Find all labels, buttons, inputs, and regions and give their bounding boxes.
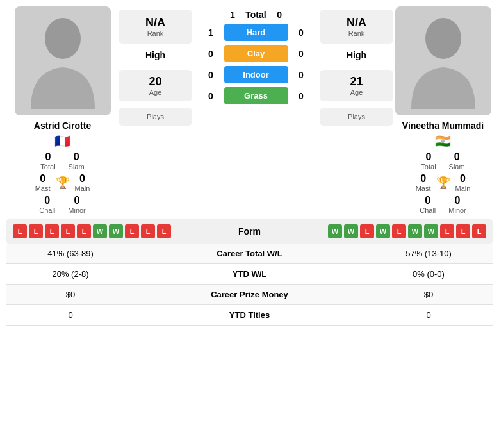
player2-stats: 0 Total 0 Slam 0 Mast 🏆 0: [393, 151, 493, 214]
indoor-button[interactable]: Indoor: [224, 66, 288, 83]
player1-stat-row-2: 0 Mast 🏆 0 Main: [13, 173, 112, 192]
player2-avatar: [395, 6, 491, 115]
hard-row: 1 Hard 0: [203, 24, 309, 41]
hard-button[interactable]: Hard: [224, 24, 288, 41]
player1-stat-row-3: 0 Chall 0 Minor: [13, 195, 112, 214]
stat-right-3: 0: [364, 305, 493, 326]
player1-total: 0 Total: [40, 151, 55, 170]
player1-chall: 0 Chall: [39, 195, 55, 214]
player1-rank-box: N/A Rank: [119, 10, 192, 44]
form-badge: L: [141, 224, 155, 238]
stat-label-1: YTD W/L: [135, 264, 364, 285]
stat-label-0: Career Total W/L: [135, 244, 364, 264]
form-badge: W: [109, 224, 123, 238]
player1-avatar: [15, 6, 111, 115]
form-badge: L: [392, 224, 406, 238]
left-inner-stats: N/A Rank High 20 Age Plays: [119, 6, 192, 129]
form-badge: W: [93, 224, 107, 238]
stats-row: 20% (2-8) YTD W/L 0% (0-0): [6, 264, 493, 285]
player1-plays-box: Plays: [119, 108, 192, 126]
player1-flag: 🇫🇷: [54, 133, 70, 149]
clay-right-score: 0: [293, 49, 309, 59]
player2-slam: 0 Slam: [449, 151, 465, 170]
left-player-col: Astrid Cirotte 🇫🇷 0 Total 0 Slam 0: [6, 6, 119, 214]
form-badge: L: [456, 224, 470, 238]
form-badge: L: [13, 224, 27, 238]
bottom-stats-table: 41% (63-89) Career Total W/L 57% (13-10)…: [6, 244, 493, 326]
player1-slam: 0 Slam: [69, 151, 85, 170]
stat-label-2: Career Prize Money: [135, 285, 364, 305]
player1-mast: 0 Mast: [35, 173, 51, 192]
form-badge: L: [61, 224, 75, 238]
form-section: LLLLLWWLLL Form WWLWLWWLLL: [6, 219, 493, 244]
stat-left-2: $0: [6, 285, 135, 305]
player1-age-box: 20 Age: [119, 70, 192, 101]
indoor-row: 0 Indoor 0: [203, 66, 309, 83]
clay-row: 0 Clay 0: [203, 45, 309, 62]
player2-mast: 0 Mast: [416, 173, 431, 192]
hard-left-score: 1: [203, 28, 219, 38]
svg-point-1: [425, 18, 461, 59]
stat-left-1: 20% (2-8): [6, 264, 135, 285]
player1-name: Astrid Cirotte: [34, 120, 91, 131]
grass-right-score: 0: [293, 91, 309, 101]
right-inner-stats: N/A Rank High 21 Age Plays: [320, 6, 393, 129]
player2-total: 0 Total: [421, 151, 436, 170]
clay-button[interactable]: Clay: [224, 45, 288, 62]
stat-label-3: YTD Titles: [135, 305, 364, 326]
form-badge: L: [77, 224, 91, 238]
clay-left-score: 0: [203, 49, 219, 59]
stats-row: $0 Career Prize Money $0: [6, 285, 493, 305]
form-badge: L: [440, 224, 454, 238]
form-badge: L: [472, 224, 486, 238]
form-badge: W: [376, 224, 390, 238]
player1-form-badges: LLLLLWWLLL: [13, 224, 171, 238]
player2-main: 0 Main: [455, 173, 471, 192]
stat-right-0: 57% (13-10): [364, 244, 493, 264]
grass-button[interactable]: Grass: [224, 87, 288, 104]
form-badge: L: [29, 224, 43, 238]
form-badge: W: [408, 224, 422, 238]
player2-plays-box: Plays: [320, 108, 393, 126]
courts-inner: 1 Total 0 1 Hard 0 0 Clay 0 0: [192, 6, 320, 129]
form-badge: W: [424, 224, 438, 238]
stat-left-0: 41% (63-89): [6, 244, 135, 264]
player2-stat-row-2: 0 Mast 🏆 0 Main: [400, 173, 486, 192]
form-badge: L: [157, 224, 171, 238]
player2-stat-row-1: 0 Total 0 Slam: [400, 151, 486, 170]
main-container: Astrid Cirotte 🇫🇷 0 Total 0 Slam 0: [0, 0, 499, 332]
right-player-col: Vineetha Mummadi 🇮🇳 0 Total 0 Slam 0: [393, 6, 493, 214]
player1-main: 0 Main: [75, 173, 90, 192]
stat-left-3: 0: [6, 305, 135, 326]
center-col: N/A Rank High 20 Age Plays 1 Total 0: [119, 6, 393, 129]
indoor-right-score: 0: [293, 70, 309, 80]
total-label: Total: [245, 10, 266, 20]
player2-high-label: High: [347, 50, 366, 60]
player2-name: Vineetha Mummadi: [402, 120, 484, 131]
player2-chall: 0 Chall: [420, 195, 436, 214]
player1-stats: 0 Total 0 Slam 0 Mast 🏆 0: [6, 151, 119, 214]
grass-left-score: 0: [203, 91, 219, 101]
trophy-icon-right: 🏆: [436, 176, 450, 190]
stat-right-2: $0: [364, 285, 493, 305]
hard-right-score: 0: [293, 28, 309, 38]
indoor-left-score: 0: [203, 70, 219, 80]
player1-minor: 0 Minor: [68, 195, 86, 214]
form-badge: L: [125, 224, 139, 238]
svg-point-0: [45, 18, 81, 59]
total-row: 1 Total 0: [224, 10, 287, 20]
stats-row: 0 YTD Titles 0: [6, 305, 493, 326]
player2-minor: 0 Minor: [448, 195, 466, 214]
player2-form-badges: WWLWLWWLLL: [328, 224, 486, 238]
stat-right-1: 0% (0-0): [364, 264, 493, 285]
player2-flag: 🇮🇳: [435, 133, 451, 149]
form-badge: L: [360, 224, 374, 238]
total-left-score: 1: [224, 10, 240, 20]
form-label: Form: [238, 226, 261, 236]
trophy-icon-left: 🏆: [56, 176, 70, 190]
player2-stat-row-3: 0 Chall 0 Minor: [400, 195, 486, 214]
form-badge: W: [328, 224, 342, 238]
stats-row: 41% (63-89) Career Total W/L 57% (13-10): [6, 244, 493, 264]
players-row: Astrid Cirotte 🇫🇷 0 Total 0 Slam 0: [6, 6, 493, 214]
player1-high-label: High: [145, 50, 165, 60]
